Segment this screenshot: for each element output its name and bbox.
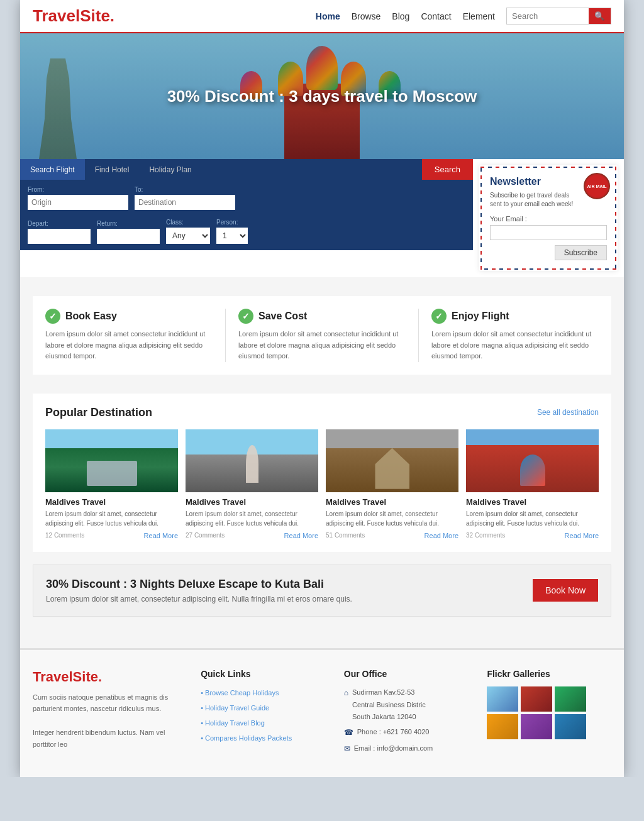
search-input[interactable] xyxy=(507,8,589,24)
check-icon-save-cost: ✓ xyxy=(238,309,253,324)
dest-card-3-description: Lorem ipsum dolor sit amet, consectetur … xyxy=(326,509,458,528)
nav-blog[interactable]: Blog xyxy=(392,11,409,21)
search-area: Search Flight Find Hotel Holiday Plan Se… xyxy=(20,159,624,277)
dest-image-4 xyxy=(466,429,599,492)
tab-search-flight[interactable]: Search Flight xyxy=(20,159,85,180)
dest-image-3 xyxy=(326,429,458,492)
dest-card-2-read-more[interactable]: Read More xyxy=(284,532,318,539)
footer-link-3[interactable]: Holiday Travel Blog xyxy=(201,719,265,727)
footer-link-item-2: Holiday Travel Guide xyxy=(201,702,325,713)
footer-logo-dot: . xyxy=(98,669,102,685)
feature-enjoy-flight: ✓ Enjoy Flight Lorem ipsum dolor sit ame… xyxy=(431,309,599,362)
dest-card-3-title: Maldives Travel xyxy=(326,497,458,507)
feature-book-easy-description: Lorem ipsum dolor sit amet consectetur i… xyxy=(45,329,213,362)
person-field-group: Person: 1 xyxy=(216,219,248,244)
feature-enjoy-flight-description: Lorem ipsum dolor sit amet consectetur i… xyxy=(431,329,599,362)
office-address-row: ⌂ Sudirman Kav.52-53 Central Business Di… xyxy=(344,686,469,724)
subscribe-button[interactable]: Subscribe xyxy=(555,245,607,260)
search-button[interactable]: 🔍 xyxy=(589,8,611,24)
dest-card-1-description: Lorem ipsum dolor sit amet, consectetur … xyxy=(45,509,178,528)
footer-office-title: Our Office xyxy=(344,669,469,679)
newsletter-email-input[interactable] xyxy=(490,225,607,240)
office-email-row: ✉ Email : info@domain.com xyxy=(344,742,469,756)
footer-office: Our Office ⌂ Sudirman Kav.52-53 Central … xyxy=(344,669,469,759)
footer-quick-links: Quick Links Browse Cheap Holidays Holida… xyxy=(201,669,325,759)
dest-card-1-read-more[interactable]: Read More xyxy=(144,532,178,539)
footer-link-2[interactable]: Holiday Travel Guide xyxy=(201,704,269,712)
footer-logo-main: TravelSite xyxy=(33,669,98,685)
nav-contact[interactable]: Contact xyxy=(421,11,451,21)
dest-card-1-footer: 12 Comments Read More xyxy=(45,532,178,539)
dest-card-4-title: Maldives Travel xyxy=(466,497,599,507)
dest-card-2-title: Maldives Travel xyxy=(186,497,318,507)
popular-destinations-section: Popular Destination See all destination … xyxy=(33,394,611,552)
nav-element[interactable]: Element xyxy=(463,11,495,21)
newsletter-card: AIR MAIL Newsletter Subscribe to get tra… xyxy=(479,165,618,271)
main-navigation: Home Browse Blog Contact Element 🔍 xyxy=(316,8,611,25)
home-icon: ⌂ xyxy=(344,686,348,700)
dest-card-4-read-more[interactable]: Read More xyxy=(565,532,599,539)
promo-text: 30% Discount : 3 Nights Deluxe Escape to… xyxy=(46,578,352,603)
footer: TravelSite. Cum sociis natoque penatibus… xyxy=(20,648,624,778)
nav-browse[interactable]: Browse xyxy=(352,11,381,21)
dest-card-4-comments: 32 Comments xyxy=(466,532,505,539)
footer-link-1[interactable]: Browse Cheap Holidays xyxy=(201,689,279,697)
promo-title: 30% Discount : 3 Nights Deluxe Escape to… xyxy=(46,578,352,591)
flickr-thumb-2 xyxy=(521,686,552,712)
dest-card-3-read-more[interactable]: Read More xyxy=(425,532,458,539)
footer-link-item-1: Browse Cheap Holidays xyxy=(201,686,325,698)
popular-section-header: Popular Destination See all destination xyxy=(45,406,599,419)
dest-card-2-comments: 27 Comments xyxy=(186,532,225,539)
footer-link-item-3: Holiday Travel Blog xyxy=(201,717,325,728)
footer-flickr-title: Flickr Galleries xyxy=(487,669,611,679)
footer-flickr: Flickr Galleries xyxy=(487,669,611,759)
class-select[interactable]: Any xyxy=(166,228,210,244)
address-line1: Sudirman Kav.52-53 xyxy=(352,686,426,699)
dest-card-3-footer: 51 Comments Read More xyxy=(326,532,458,539)
newsletter-email-label: Your Email : xyxy=(490,215,607,223)
feature-divider-1 xyxy=(225,309,226,362)
footer-links-list: Browse Cheap Holidays Holiday Travel Gui… xyxy=(201,686,325,743)
feature-save-cost-description: Lorem ipsum dolor sit amet consectetur i… xyxy=(238,329,406,362)
footer-link-item-4: Compares Holidays Packets xyxy=(201,732,325,743)
destinations-grid: Maldives Travel Lorem ipsum dolor sit am… xyxy=(45,429,599,539)
return-input[interactable]: 2012-10-01 xyxy=(97,229,160,244)
search-fields-row2: Depart: 2012-10-01 Return: 2012-10-01 Cl… xyxy=(20,216,473,250)
header-search: 🔍 xyxy=(506,8,611,25)
flickr-thumb-1 xyxy=(487,686,518,712)
dest-card-2: Maldives Travel Lorem ipsum dolor sit am… xyxy=(186,429,318,539)
class-field-group: Class: Any xyxy=(166,219,210,244)
office-address: Sudirman Kav.52-53 Central Business Dist… xyxy=(352,686,426,724)
newsletter-stamp: AIR MAIL xyxy=(584,173,610,199)
depart-input[interactable]: 2012-10-01 xyxy=(28,229,91,244)
logo-dot: . xyxy=(110,6,114,25)
dest-card-3-comments: 51 Comments xyxy=(326,532,365,539)
dest-card-1-title: Maldives Travel xyxy=(45,497,178,507)
return-field-group: Return: 2012-10-01 xyxy=(97,220,160,244)
from-input[interactable] xyxy=(28,195,128,210)
promo-description: Lorem ipsum dolor sit amet, consectetur … xyxy=(46,595,352,603)
dest-card-4: Maldives Travel Lorem ipsum dolor sit am… xyxy=(466,429,599,539)
tab-holiday-plan[interactable]: Holiday Plan xyxy=(139,159,201,180)
class-label: Class: xyxy=(166,219,210,226)
depart-label: Depart: xyxy=(28,220,91,227)
office-info: ⌂ Sudirman Kav.52-53 Central Business Di… xyxy=(344,686,469,756)
to-field-group: To: xyxy=(135,186,235,210)
search-tabs: Search Flight Find Hotel Holiday Plan Se… xyxy=(20,159,473,180)
footer-link-4[interactable]: Compares Holidays Packets xyxy=(201,734,292,742)
office-phone-row: ☎ Phone : +621 760 4020 xyxy=(344,726,469,740)
tab-find-hotel[interactable]: Find Hotel xyxy=(85,159,140,180)
book-now-button[interactable]: Book Now xyxy=(533,579,598,602)
search-flights-button[interactable]: Search xyxy=(422,159,473,180)
person-select[interactable]: 1 xyxy=(216,228,248,244)
nav-home[interactable]: Home xyxy=(316,11,340,21)
features-section: ✓ Book Easy Lorem ipsum dolor sit amet c… xyxy=(33,296,611,375)
see-all-destinations-link[interactable]: See all destination xyxy=(537,408,599,417)
person-label: Person: xyxy=(216,219,248,226)
hero-overlay: 30% Discount : 3 days travel to Moscow xyxy=(20,33,624,159)
dest-card-1: Maldives Travel Lorem ipsum dolor sit am… xyxy=(45,429,178,539)
flickr-thumb-3 xyxy=(555,686,586,712)
promo-banner: 30% Discount : 3 Nights Deluxe Escape to… xyxy=(33,565,611,617)
to-input[interactable] xyxy=(135,195,235,210)
office-phone: Phone : +621 760 4020 xyxy=(357,726,430,739)
